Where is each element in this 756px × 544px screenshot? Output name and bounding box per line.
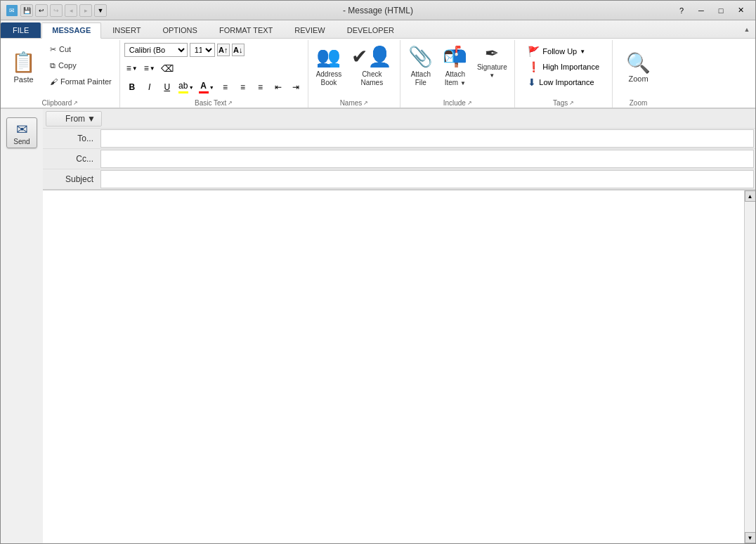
decrease-indent-btn[interactable]: ⇤ (271, 79, 286, 95)
highlight-btn[interactable]: ab ▼ (177, 79, 195, 95)
from-button[interactable]: From ▼ (46, 111, 102, 127)
to-button[interactable]: To... (43, 129, 99, 148)
zoom-group: 🔍 Zoom Zoom (613, 40, 664, 108)
highlight-color-indicator: ab (178, 81, 188, 93)
align-left-btn[interactable]: ≡ (218, 79, 233, 95)
clear-formatting-btn[interactable]: ⌫ (159, 60, 175, 76)
increase-font-btn[interactable]: A↑ (217, 44, 230, 56)
numbering-btn[interactable]: ≡▼ (142, 62, 157, 75)
italic-button[interactable]: I (142, 79, 157, 95)
font-color-indicator: A (199, 81, 209, 93)
send-icon: ✉ (16, 121, 28, 138)
bullets-btn[interactable]: ≡▼ (124, 62, 140, 75)
highlight-dropdown-arrow[interactable]: ▼ (189, 85, 194, 90)
basic-text-expand-icon[interactable]: ↗ (228, 100, 233, 106)
decrease-font-btn[interactable]: A↓ (232, 44, 245, 56)
font-color-dropdown-arrow[interactable]: ▼ (209, 85, 214, 90)
collapse-ribbon-btn[interactable]: ▲ (741, 24, 752, 35)
check-names-icon: ✔👤 (351, 45, 392, 69)
bullets-dropdown[interactable]: ▼ (132, 65, 138, 72)
format-painter-icon: 🖌 (50, 77, 58, 86)
high-importance-button[interactable]: ❗ High Importance (525, 60, 602, 74)
cut-button[interactable]: ✂ Cut (46, 41, 115, 57)
tab-developer[interactable]: DEVELOPER (337, 22, 405, 38)
attach-file-icon: 📎 (408, 45, 433, 69)
signature-button[interactable]: ✒ Signature ▼ (474, 41, 510, 92)
signature-label: Signature ▼ (476, 63, 508, 79)
underline-button[interactable]: U (159, 79, 175, 95)
basic-text-group: Calibri (Bo 11 A↑ A↓ ≡▼ ≡▼ (120, 40, 308, 108)
help-btn[interactable]: ? (672, 4, 691, 18)
restore-btn[interactable]: □ (712, 4, 730, 18)
high-importance-icon: ❗ (528, 61, 540, 72)
forward-btn[interactable]: ▸ (79, 4, 92, 17)
cc-input[interactable] (100, 150, 754, 168)
message-body-container: ▲ ▼ (43, 190, 755, 543)
close-btn[interactable]: ✕ (731, 4, 750, 18)
follow-up-dropdown[interactable]: ▼ (580, 48, 585, 55)
scroll-up-btn[interactable]: ▲ (745, 190, 756, 202)
check-names-label: Check Names (360, 70, 383, 87)
signature-dropdown-arrow[interactable]: ▼ (489, 72, 495, 79)
title-bar: ✉ 💾 ↩ ↪ ◂ ▸ ▼ - Message (HTML) ? ─ □ ✕ (1, 1, 755, 20)
tab-review[interactable]: REVIEW (284, 22, 335, 38)
copy-icon: ⧉ (50, 61, 56, 70)
names-expand-icon[interactable]: ↗ (363, 100, 368, 106)
include-expand-icon[interactable]: ↗ (467, 100, 472, 106)
names-group-label: Names ↗ (313, 98, 396, 108)
align-center-btn[interactable]: ≡ (235, 79, 251, 95)
attach-file-label: Attach File (411, 70, 431, 87)
attach-item-dropdown-arrow[interactable]: ▼ (460, 80, 466, 86)
follow-up-button[interactable]: 🚩 Follow Up ▼ (525, 44, 602, 58)
attach-item-button[interactable]: 📬 AttachItem ▼ (439, 41, 471, 92)
low-importance-button[interactable]: ⬇ Low Importance (525, 75, 602, 89)
tab-message[interactable]: MESSAGE (41, 22, 101, 39)
minimize-btn[interactable]: ─ (692, 4, 710, 18)
undo-quick-btn[interactable]: ↩ (35, 4, 48, 17)
tab-format-text[interactable]: FORMAT TEXT (209, 22, 283, 38)
back-btn[interactable]: ◂ (65, 4, 77, 17)
ribbon-collapse-area: ▲ (741, 24, 755, 38)
bold-button[interactable]: B (124, 79, 140, 95)
font-color-icon: A (200, 81, 207, 91)
send-button[interactable]: ✉ Send (6, 117, 37, 148)
clipboard-expand-icon[interactable]: ↗ (73, 100, 78, 106)
address-book-button[interactable]: 👥 Address Book (313, 41, 346, 92)
zoom-button[interactable]: 🔍 Zoom (617, 41, 660, 92)
tab-insert[interactable]: INSERT (102, 22, 151, 38)
font-family-select[interactable]: Calibri (Bo (124, 43, 188, 57)
names-group-content: 👥 Address Book ✔👤 Check Names (313, 41, 396, 98)
font-color-bar (199, 91, 209, 93)
low-importance-icon: ⬇ (528, 77, 536, 88)
attach-file-button[interactable]: 📎 Attach File (405, 41, 436, 92)
numbering-dropdown[interactable]: ▼ (150, 65, 155, 72)
title-bar-left: ✉ 💾 ↩ ↪ ◂ ▸ ▼ (6, 4, 107, 17)
customize-qat-btn[interactable]: ▼ (94, 4, 107, 17)
save-quick-btn[interactable]: 💾 (20, 4, 33, 17)
from-dropdown-arrow: ▼ (87, 114, 96, 124)
zoom-group-label: Zoom (617, 98, 660, 108)
subject-label: Subject (43, 171, 99, 187)
clipboard-group-content: 📋 Paste ✂ Cut ⧉ Copy 🖌 Format Pain (5, 41, 115, 98)
paste-button[interactable]: 📋 Paste (5, 41, 42, 92)
tags-expand-icon[interactable]: ↗ (569, 100, 574, 106)
check-names-button[interactable]: ✔👤 Check Names (348, 41, 396, 92)
cc-button[interactable]: Cc... (43, 149, 99, 169)
copy-button[interactable]: ⧉ Copy (46, 58, 115, 73)
body-scrollbar: ▲ ▼ (744, 190, 755, 543)
scroll-down-btn[interactable]: ▼ (745, 532, 756, 543)
message-body[interactable] (43, 190, 744, 543)
ribbon-tab-bar: FILE MESSAGE INSERT OPTIONS FORMAT TEXT … (1, 20, 755, 39)
to-input[interactable] (100, 129, 754, 148)
increase-indent-btn[interactable]: ⇥ (288, 79, 304, 95)
font-color-btn[interactable]: A ▼ (197, 79, 216, 95)
align-right-btn[interactable]: ≡ (253, 79, 268, 95)
tab-options[interactable]: OPTIONS (152, 22, 208, 38)
redo-quick-btn[interactable]: ↪ (50, 4, 63, 17)
tab-file[interactable]: FILE (1, 22, 41, 38)
font-size-select[interactable]: 11 (190, 43, 215, 57)
subject-input[interactable] (100, 170, 754, 188)
tags-group-label: Tags ↗ (519, 98, 608, 108)
format-painter-button[interactable]: 🖌 Format Painter (46, 74, 115, 89)
send-panel: ✉ Send (1, 109, 43, 543)
